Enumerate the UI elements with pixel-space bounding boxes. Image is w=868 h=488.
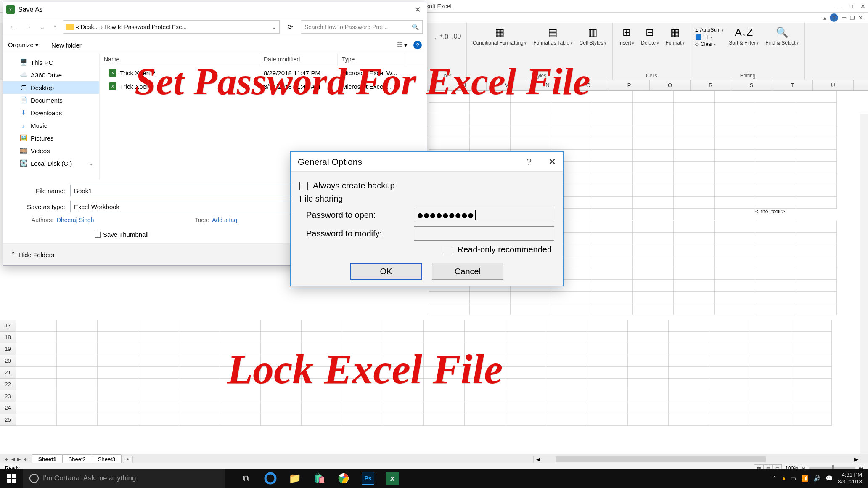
col-header[interactable]: S [731,80,772,90]
col-header[interactable]: U [813,80,854,90]
taskbar-store[interactable]: 🛍️ [310,469,328,487]
cell-styles-button[interactable]: ▥ Cell Styles [578,24,608,47]
col-header[interactable]: R [691,80,731,90]
format-cells-button[interactable]: ▦ Format [664,24,687,47]
row-header[interactable]: 24 [0,402,16,414]
ribbon-arrow-icon[interactable]: ▴ [823,15,826,21]
taskbar-excel[interactable]: X [384,469,401,487]
always-backup-label: Always create backup [313,181,395,191]
refresh-button[interactable]: ⟳ [284,21,296,33]
tray-onedrive-icon[interactable]: ● [782,475,786,482]
cortana-search[interactable]: I'm Cortana. Ask me anything. [23,469,225,488]
search-field[interactable]: Search How to Password Prot... 🔍 [301,20,423,34]
fill-button[interactable]: 🟦 Fill [695,34,724,40]
nav-music[interactable]: ♪Music [3,119,99,132]
new-sheet-button[interactable]: ✧ [123,456,133,463]
view-mode-button[interactable]: ☷ ▾ [397,41,408,49]
nav-documents[interactable]: 📄Documents [3,94,99,106]
clear-button[interactable]: ◇ Clear [695,41,724,47]
always-backup-checkbox[interactable] [299,182,308,190]
hide-folders-button[interactable]: ⌃Hide Folders [11,251,54,258]
pictures-icon: 🖼️ [20,135,27,141]
delete-cells-button[interactable]: ⊟ Delete [639,24,660,47]
row-header[interactable]: 17 [0,320,16,332]
decrease-decimal-icon[interactable]: .00 [452,33,461,40]
new-folder-button[interactable]: New folder [51,42,82,49]
recent-dropdown[interactable]: ⌄ [37,22,47,32]
nav-local-disk[interactable]: 💽Local Disk (C:)⌄ [3,157,99,170]
autosum-button[interactable]: Σ AutoSum [695,27,724,33]
authors-value[interactable]: Dheeraj Singh [57,217,94,223]
sort-filter-button[interactable]: A↓Z Sort & Filter [727,24,760,47]
comma-style-icon[interactable]: , [434,33,436,40]
taskbar-chrome[interactable] [335,469,352,487]
up-button[interactable]: ↑ [51,23,58,32]
organize-menu[interactable]: Organize ▾ [8,41,39,49]
start-button[interactable] [0,469,23,488]
minimize-button[interactable]: — [836,3,842,10]
saveastype-label: Save as type: [11,203,65,210]
format-as-table-button[interactable]: ▤ Format as Table [532,24,574,47]
path-dropdown-icon[interactable]: ⌄ [272,24,277,30]
cancel-button[interactable]: Cancel [432,263,503,280]
insert-cells-button[interactable]: ⊞ Insert [617,24,636,47]
password-open-input[interactable]: ●●●●●●●●● [414,208,554,222]
readonly-checkbox[interactable] [444,246,452,254]
row-header[interactable]: 23 [0,390,16,402]
increase-decimal-icon[interactable]: ⁺.0 [439,33,448,41]
nav-a360[interactable]: ☁️A360 Drive [3,69,99,81]
tags-value[interactable]: Add a tag [212,217,237,223]
save-thumbnail-checkbox[interactable] [95,232,101,238]
horizontal-scrollbar[interactable]: ◀▶ [533,456,861,463]
col-header[interactable]: P [609,80,650,90]
tray-clock[interactable]: 4:31 PM 8/31/2018 [838,472,862,485]
overlay-text-1: Set Password For Excel File [135,59,590,103]
taskbar-explorer[interactable]: 📁 [286,469,304,487]
tags-label: Tags: [195,217,209,223]
nav-downloads[interactable]: ⬇Downloads [3,106,99,119]
dialog-close-button[interactable]: ✕ [412,5,423,14]
conditional-formatting-button[interactable]: ▦ Conditional Formatting [471,24,528,47]
tray-wifi-icon[interactable]: 📶 [801,475,808,482]
nav-this-pc[interactable]: 🖥️This PC [3,56,99,69]
sheet-nav-first[interactable]: ⏮ [3,456,10,462]
ok-button[interactable]: OK [350,263,422,280]
col-header[interactable]: T [772,80,813,90]
folder-icon [66,24,74,30]
tray-battery-icon[interactable]: ▭ [791,475,796,482]
help-button[interactable]: ? [527,156,532,167]
col-header[interactable]: Q [650,80,691,90]
close-button[interactable]: ✕ [860,3,865,10]
tray-chevron-icon[interactable]: ⌃ [772,475,777,482]
close-button[interactable]: ✕ [548,156,556,167]
taskbar-edge[interactable] [262,469,279,487]
password-modify-input[interactable] [414,226,554,241]
nav-pictures[interactable]: 🖼️Pictures [3,132,99,144]
row-header[interactable]: 22 [0,379,16,390]
nav-desktop[interactable]: 🖵Desktop [3,81,99,94]
address-bar[interactable]: « Desk... › How to Password Protect Exc.… [63,20,280,34]
back-button[interactable]: ← [7,23,18,32]
task-view-button[interactable]: ⧉ [237,469,255,487]
workbook-close-icon[interactable]: ✕ [858,15,863,21]
help-icon[interactable]: ? [413,41,422,49]
maximize-button[interactable]: □ [849,3,853,10]
row-header[interactable]: 25 [0,414,16,426]
row-header[interactable]: 20 [0,355,16,367]
sheet-nav-last[interactable]: ⏭ [22,456,29,462]
row-header[interactable]: 21 [0,367,16,379]
vertical-scrollbar[interactable] [860,114,868,454]
row-header[interactable]: 18 [0,332,16,343]
tray-notifications-icon[interactable]: 💬 [826,475,833,482]
window-restore-icon[interactable]: ❐ [850,15,855,21]
tray-volume-icon[interactable]: 🔊 [813,475,820,482]
sheet-nav-next[interactable]: ▶ [16,456,21,462]
nav-videos[interactable]: 🎞️Videos [3,144,99,157]
taskbar-photoshop[interactable]: Ps [359,469,377,487]
row-header[interactable]: 19 [0,343,16,355]
find-select-button[interactable]: 🔍 Find & Select [764,24,800,47]
help-icon[interactable]: ? [830,13,838,22]
sheet-nav-prev[interactable]: ◀ [11,456,16,462]
ribbon-min-icon[interactable]: ▭ [842,15,847,21]
forward-button[interactable]: → [22,23,33,32]
